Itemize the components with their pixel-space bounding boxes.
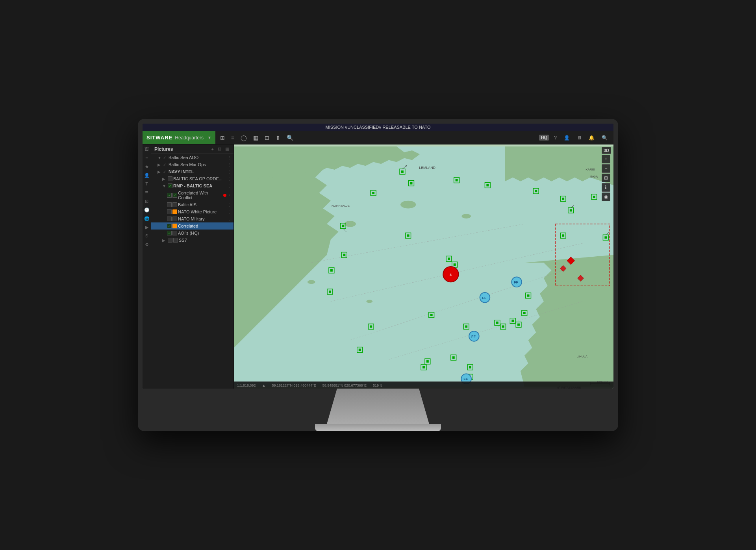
layers-icon[interactable]: ≡ xyxy=(230,134,236,142)
text-icon[interactable]: T xyxy=(143,181,150,187)
sidebar-item-correlated-conflict[interactable]: ✓ ✓ Correlated With Conflict ⋮ xyxy=(151,189,233,201)
video-icon[interactable]: ▶ xyxy=(143,224,150,230)
item-check2[interactable] xyxy=(172,231,177,235)
hq-badge: HQ xyxy=(539,135,549,141)
info-icon: ℹ xyxy=(605,185,607,190)
sidebar-item-nato-military[interactable]: NATO Military ⋮ xyxy=(151,215,233,222)
sidebar-item-rmp-baltic-sea[interactable]: ▼ ✓ RMP - BALTIC SEA ⋮ xyxy=(151,182,233,189)
svg-text:FF: FF xyxy=(463,377,468,381)
item-checkbox[interactable]: ✓ xyxy=(167,231,172,235)
sidebar-item-baltic-ais[interactable]: Baltic AIS ⋮ xyxy=(151,201,233,208)
grid-icon[interactable]: ⊞ xyxy=(219,134,226,142)
context-menu-icon[interactable]: ⋮ xyxy=(227,193,231,198)
settings-icon[interactable]: ⚙ xyxy=(143,241,150,248)
layers-map-button[interactable]: ⊞ xyxy=(602,174,610,182)
bell-button[interactable]: 🔔 xyxy=(587,134,597,141)
item-checkbox[interactable] xyxy=(168,238,172,243)
sidebar-item-baltic-sea-op-orde[interactable]: ▶ BALTIC SEA OP ORDE... ⋮ xyxy=(151,175,233,182)
search-header-icon[interactable]: 🔍 xyxy=(285,134,295,142)
item-check2[interactable] xyxy=(173,238,178,243)
svg-rect-56 xyxy=(422,366,425,369)
altitude-text: 519 ft xyxy=(373,383,382,387)
timer-icon[interactable]: ⏱ xyxy=(143,233,150,239)
coords-right: 58.949681°N 020.677368°E xyxy=(322,383,367,387)
group-icon[interactable]: ⊡ xyxy=(143,198,150,204)
item-checkbox[interactable]: ✓ xyxy=(167,193,172,198)
color-indicator xyxy=(172,224,177,228)
svg-rect-50 xyxy=(454,263,456,266)
sidebar-item-baltic-sea-aoo[interactable]: ▼ ✓ Baltic Sea AOO ⋮ xyxy=(151,154,233,161)
person-icon[interactable]: 👤 xyxy=(143,172,150,178)
layers-left-icon[interactable]: ≡ xyxy=(143,155,150,161)
bars-icon[interactable]: ≣ xyxy=(143,189,150,196)
context-menu-icon[interactable]: ⋮ xyxy=(227,203,231,207)
upload-icon[interactable]: ⬆ xyxy=(274,134,282,142)
pictures-icon[interactable]: 🖼 xyxy=(143,146,150,152)
item-checkbox[interactable] xyxy=(167,202,172,207)
sidebar-item-nato-white-picture[interactable]: NATO White Picture ⋮ xyxy=(151,208,233,215)
svg-point-4 xyxy=(308,280,315,284)
zoom-out-button[interactable]: − xyxy=(602,164,610,173)
item-checkbox[interactable] xyxy=(167,217,172,221)
search-right-button[interactable]: 🔍 xyxy=(600,134,610,141)
help-button[interactable]: ? xyxy=(552,134,559,141)
header-tools: ⊞ ≡ ◯ ▦ ⊡ ⬆ 🔍 xyxy=(215,134,535,142)
svg-rect-66 xyxy=(496,322,498,324)
clock-icon[interactable]: 🕐 xyxy=(143,207,150,213)
3d-button[interactable]: 3D xyxy=(602,147,611,154)
monitor-button[interactable]: 🖥 xyxy=(575,134,584,141)
camera-icon[interactable]: ⊡ xyxy=(263,134,271,142)
context-menu-icon[interactable]: ⋮ xyxy=(227,217,231,221)
monitor: MISSION //UNCLASSIFIED// RELEASABLE TO N… xyxy=(138,119,618,431)
monitor-stand xyxy=(327,389,429,424)
svg-rect-22 xyxy=(372,192,374,194)
svg-rect-36 xyxy=(343,254,345,256)
item-checkbox[interactable]: ✓ xyxy=(167,224,172,228)
item-check2[interactable] xyxy=(172,217,177,221)
sidebar-item-aois-hq[interactable]: ✓ AOI's (HQ) xyxy=(151,230,233,237)
sidebar-title: Pictures xyxy=(154,146,209,152)
context-menu-icon[interactable]: ⋮ xyxy=(227,177,231,181)
sidebar-item-correlated[interactable]: ✓ Correlated ⋮ xyxy=(151,222,233,230)
item-label: RMP - BALTIC SEA xyxy=(173,183,226,188)
info-button[interactable]: ℹ xyxy=(602,183,610,192)
svg-rect-24 xyxy=(456,179,458,181)
globe-icon[interactable]: 🌐 xyxy=(143,215,150,222)
sidebar-grid-btn[interactable]: ▦ xyxy=(224,146,230,152)
item-check2[interactable]: ✓ xyxy=(172,193,177,198)
item-checkbox[interactable] xyxy=(167,209,172,214)
star-icon[interactable]: ★ xyxy=(143,163,150,170)
sidebar-item-ss7[interactable]: ▶ SS7 xyxy=(151,237,233,244)
context-menu-icon[interactable]: ⋮ xyxy=(227,184,231,188)
zoom-in-button[interactable]: + xyxy=(602,155,610,163)
sidebar-item-baltic-sea-mar-ops[interactable]: ▶ ✓ Baltic Sea Mar Ops ⋮ xyxy=(151,161,233,168)
expand-icon: ▼ xyxy=(162,184,167,188)
sidebar-add-btn[interactable]: + xyxy=(210,146,215,152)
svg-rect-58 xyxy=(452,356,455,359)
check-icon: ✓ xyxy=(163,156,168,160)
chat-icon[interactable]: ◯ xyxy=(239,134,248,142)
table-icon[interactable]: ▦ xyxy=(252,134,260,142)
workspace-dropdown-icon[interactable]: ▼ xyxy=(208,135,211,140)
item-checkbox[interactable]: ✓ xyxy=(168,183,172,188)
sidebar-filter-btn[interactable]: ⊡ xyxy=(217,146,222,152)
header-right: HQ ? 👤 🖥 🔔 🔍 xyxy=(535,134,613,141)
eye-button[interactable]: ◉ xyxy=(602,193,610,201)
item-check2[interactable] xyxy=(172,202,177,207)
context-menu-icon[interactable]: ⋮ xyxy=(227,210,231,214)
context-menu-icon[interactable]: ⋮ xyxy=(227,156,231,160)
context-menu-icon[interactable]: ⋮ xyxy=(227,224,231,228)
svg-text:FF: FF xyxy=(482,296,487,300)
user-button[interactable]: 👤 xyxy=(562,134,572,141)
brand-area[interactable]: SITWARE Headquarters ▼ xyxy=(143,131,215,144)
svg-rect-74 xyxy=(523,312,526,314)
svg-rect-42 xyxy=(370,326,372,328)
context-menu-icon[interactable]: ⋮ xyxy=(227,163,231,167)
sidebar-item-navy-intel[interactable]: ▶ ✓ NAVY INTEL ⋮ xyxy=(151,168,233,175)
map-area[interactable]: LEMLAND NORRTALJE KARIS INGA 6° WITASSAA… xyxy=(234,144,613,389)
svg-text:NORRTALJE: NORRTALJE xyxy=(332,204,350,207)
mission-text: MISSION //UNCLASSIFIED// RELEASABLE TO N… xyxy=(326,125,431,130)
svg-text:INGA: INGA xyxy=(590,175,598,178)
context-menu-icon[interactable]: ⋮ xyxy=(227,170,231,174)
item-checkbox[interactable] xyxy=(168,176,172,181)
